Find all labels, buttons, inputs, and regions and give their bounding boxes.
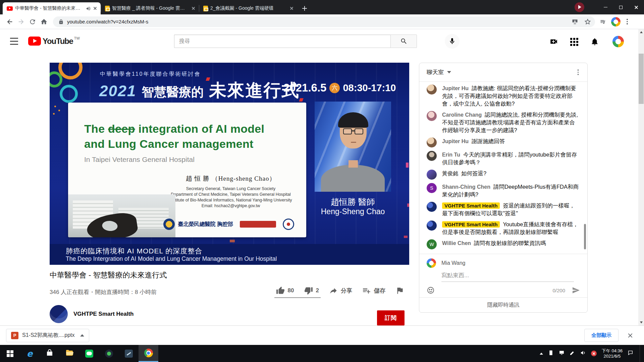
show-all-downloads-button[interactable]: 全部顯示 — [584, 329, 619, 342]
subscribe-button[interactable]: 訂閱 — [377, 310, 405, 325]
media-badge-icon[interactable] — [575, 2, 584, 12]
chat-message[interactable]: VGHTPE Smart HealthYoutube直播結束後會有存檔，但是事後… — [427, 221, 580, 236]
search-button[interactable] — [390, 35, 417, 48]
address-bar[interactable]: youtube.com/watch?v=24cfxzMsM-s — [53, 16, 595, 27]
taskbar-camera-app-icon[interactable] — [99, 345, 119, 362]
chat-message-input[interactable]: 寫點東西... — [441, 272, 574, 282]
tray-monitor-icon[interactable] — [559, 350, 565, 357]
tab-google-drive[interactable]: 2_會議截圖 - Google 雲端硬碟 — [199, 2, 297, 14]
avatar — [427, 151, 437, 161]
chat-message[interactable]: Erin Tu今天的演講非常精彩，請問youtube影片會留存供日後參考嗎？ — [427, 151, 580, 166]
tray-mute-status-icon[interactable] — [591, 351, 597, 356]
download-filename: S1-S2郭萬祐教....pptx — [22, 332, 75, 339]
speaker-email: Email: hschao2@vghtpe.gov.tw — [165, 203, 296, 209]
bookmark-star-icon[interactable] — [584, 18, 591, 25]
voice-search-icon[interactable] — [445, 34, 460, 49]
tab-google-slides[interactable]: 智慧醫療 _ 講者簡報 - Google 雲端硬碟 — [101, 2, 199, 14]
tray-volume-icon[interactable] — [580, 350, 586, 357]
taskbar-store-icon[interactable] — [40, 345, 59, 362]
youtube-wordmark: YouTube — [43, 37, 73, 46]
show-desktop-button[interactable] — [640, 345, 641, 362]
avatar — [427, 137, 437, 147]
taskbar-edge-icon[interactable] — [20, 345, 40, 362]
youtube-logo[interactable]: YouTube TW — [28, 37, 80, 46]
chat-message[interactable]: Caroline Chang認同施總說法, 授權和分潤機制要先談, 不知是否可請… — [427, 111, 580, 134]
install-icon[interactable] — [572, 18, 578, 25]
create-video-icon[interactable] — [549, 37, 558, 46]
tray-phone-icon[interactable] — [548, 350, 554, 357]
chat-author: Willie Chen — [442, 240, 471, 246]
taskbar-chrome-icon[interactable] — [139, 345, 158, 362]
close-button[interactable] — [629, 0, 644, 14]
action-center-icon[interactable] — [628, 350, 633, 357]
chat-author: Erin Tu — [442, 152, 460, 158]
url-text[interactable]: youtube.com/watch?v=24cfxzMsM-s — [67, 19, 566, 24]
maximize-button[interactable] — [613, 0, 629, 14]
back-icon[interactable] — [4, 16, 15, 27]
slide-footer-banner: 肺癌的臨床情境和 AI MODEL 的深度整合 The Deep Intergr… — [50, 244, 409, 265]
tab-close-icon[interactable] — [191, 6, 196, 11]
avatar — [427, 202, 437, 212]
guide-menu-icon[interactable] — [10, 38, 18, 45]
browser-menu-icon[interactable] — [625, 17, 629, 26]
video-player[interactable]: 中華醫學會110年度聯合學術研討會 2021 智慧醫療的 未來進行式 2021.… — [50, 63, 409, 265]
chat-scrollbar[interactable] — [584, 224, 586, 249]
download-menu-caret-icon[interactable] — [80, 334, 84, 337]
taskbar-line-icon[interactable] — [79, 345, 99, 362]
taskbar-app-icon[interactable] — [119, 345, 139, 362]
tab-youtube[interactable]: 中華醫學會 - 智慧醫療的未來進行式 — [3, 2, 101, 14]
chat-message[interactable]: 黃俊銘如何簽退? — [427, 170, 580, 180]
notifications-bell-icon[interactable] — [590, 37, 599, 46]
hide-chat-button[interactable]: 隱藏即時通訊 — [419, 297, 587, 312]
tray-pen-icon[interactable] — [570, 350, 575, 357]
download-item[interactable]: S1-S2郭萬祐教....pptx — [6, 329, 89, 342]
channel-avatar[interactable] — [50, 305, 68, 323]
scroll-up-arrow[interactable] — [640, 31, 643, 33]
tab-close-icon[interactable] — [289, 6, 294, 11]
slide-title: 2021 智慧醫療的 未來進行式 — [99, 79, 300, 102]
youtube-apps-icon[interactable] — [570, 38, 579, 47]
chat-user-avatar[interactable] — [427, 258, 436, 268]
avatar — [427, 170, 437, 180]
scrollbar-thumb[interactable] — [639, 54, 644, 104]
chat-author: Caroline Chang — [442, 112, 482, 118]
chat-message[interactable]: Jupiter Hu謝謝施總回答 — [427, 137, 580, 147]
account-avatar[interactable] — [612, 36, 624, 47]
save-button[interactable]: 儲存 — [357, 286, 390, 295]
start-button[interactable] — [0, 345, 20, 362]
scroll-down-arrow[interactable] — [640, 321, 643, 323]
tray-expand-icon[interactable] — [540, 353, 543, 355]
like-button[interactable]: 80 — [271, 286, 299, 295]
reload-icon[interactable] — [27, 16, 38, 27]
media-controls-icon[interactable] — [600, 18, 606, 25]
emoji-icon[interactable] — [427, 286, 435, 294]
slide-date: 2021.6.5 — [283, 81, 326, 94]
forward-icon[interactable] — [15, 16, 27, 27]
lock-icon[interactable] — [58, 19, 64, 24]
send-icon[interactable] — [572, 286, 580, 294]
minimize-button[interactable] — [598, 0, 613, 14]
chevron-down-icon[interactable] — [447, 71, 451, 73]
chat-author: Jupiter Hu — [442, 85, 469, 91]
search-input[interactable] — [174, 35, 390, 48]
chat-message[interactable]: W Willie Chen請問有放射線部的聯繫資訊嗎 — [427, 239, 580, 249]
browser-profile-avatar[interactable] — [611, 17, 621, 26]
tab-audio-icon[interactable] — [86, 6, 91, 11]
taskbar-clock[interactable]: 下午 04:36 2021/6/5 — [602, 348, 623, 359]
close-download-bar-icon[interactable] — [627, 333, 633, 339]
chat-message[interactable]: VGHTPE Smart Health簽退的連結跟簽到的一樣喔，最下面有個欄位可… — [427, 202, 580, 217]
chat-message-list[interactable]: Jupiter Hu請教施總: 很認同您的看法-授權分潤機制要先談，可否再建議如… — [419, 82, 587, 254]
page-scrollbar[interactable] — [638, 29, 644, 325]
chat-author: 黃俊銘 — [442, 171, 458, 176]
share-button[interactable]: 分享 — [324, 286, 357, 295]
report-flag-icon[interactable] — [390, 286, 409, 295]
taskbar-explorer-icon[interactable] — [59, 345, 79, 362]
dislike-button[interactable]: 2 — [299, 286, 324, 295]
chat-message[interactable]: S Shann-Ching Chen請問DeepMeets-Plus有過FDA和… — [427, 183, 580, 198]
chat-message[interactable]: Jupiter Hu請教施總: 很認同您的看法-授權分潤機制要先談，可否再建議如… — [427, 84, 580, 108]
home-icon[interactable] — [38, 16, 50, 27]
tab-close-icon[interactable] — [92, 6, 98, 11]
new-tab-button[interactable] — [300, 4, 309, 13]
channel-name[interactable]: VGHTPE Smart Health — [73, 311, 134, 317]
chat-menu-icon[interactable] — [576, 68, 580, 76]
